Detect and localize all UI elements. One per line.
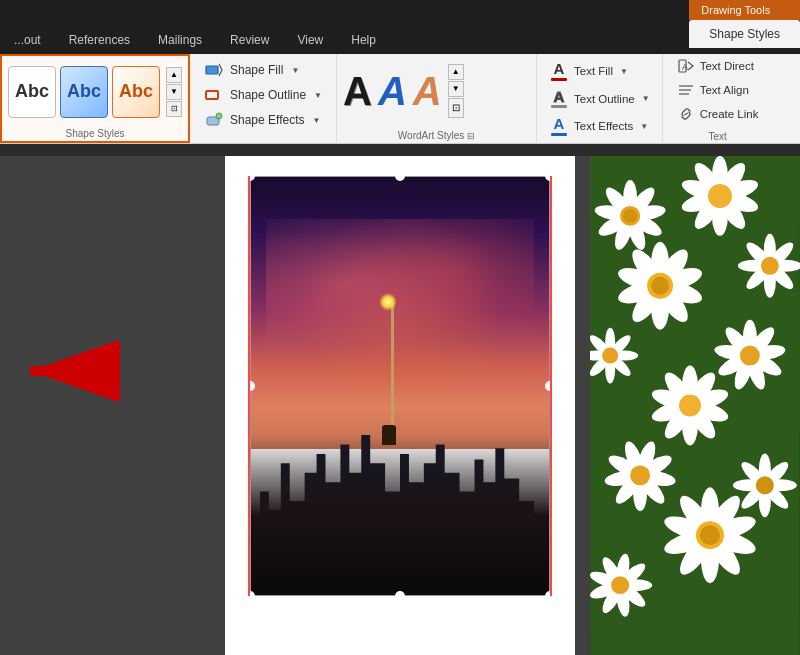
text-effects-btn[interactable]: A Text Effects ▼: [545, 113, 654, 139]
text-props-group: A Text Fill ▼ A Text Outline ▼ A T: [537, 54, 663, 143]
svg-point-33: [708, 184, 732, 208]
shape-style-plain-label: Abc: [15, 81, 49, 102]
svg-rect-1: [206, 91, 218, 99]
wordart-arrows: ▲ ▼ ⊡: [448, 64, 464, 118]
create-link-icon: [677, 106, 695, 122]
svg-line-9: [684, 113, 688, 115]
shape-styles-down-arrow[interactable]: ▼: [166, 84, 182, 100]
tab-mailings[interactable]: Mailings: [144, 26, 216, 54]
tab-view[interactable]: View: [283, 26, 337, 54]
daisies-area: [590, 156, 800, 655]
text-fill-icon: A: [549, 61, 569, 81]
wordart-label: WordArt Styles ⊟: [337, 130, 536, 141]
tab-review[interactable]: Review: [216, 26, 283, 54]
svg-point-94: [630, 465, 650, 485]
canvas-area: [0, 156, 800, 655]
shape-outline-icon: [204, 87, 224, 103]
text-direct-label: Text Direct: [700, 60, 754, 72]
svg-point-22: [623, 209, 637, 223]
shape-styles-label: Shape Styles: [2, 128, 188, 139]
shape-fill-dropdown: ▼: [291, 66, 299, 75]
shape-style-blue[interactable]: Abc: [60, 66, 108, 118]
handle-bottom-middle[interactable]: [395, 591, 405, 601]
text-outline-icon: A: [549, 89, 569, 109]
create-link-label: Create Link: [700, 108, 759, 120]
shape-styles-arrows: ▲ ▼ ⊡: [166, 67, 182, 117]
text-direct-btn[interactable]: A Text Direct: [673, 55, 763, 77]
page-white: [225, 156, 575, 655]
handle-top-middle[interactable]: [395, 171, 405, 181]
shape-styles-group: Abc Abc Abc ▲ ▼ ⊡ Shape Styles: [0, 54, 190, 143]
handle-middle-left[interactable]: [245, 381, 255, 391]
text-right-group: A Text Direct Text Align C: [663, 54, 773, 143]
text-fill-label: Text Fill: [574, 65, 613, 77]
shape-outline-dropdown: ▼: [314, 91, 322, 100]
shape-fill-label: Shape Fill: [230, 63, 283, 77]
svg-point-54: [651, 277, 669, 295]
svg-text:A: A: [682, 62, 688, 72]
handle-top-left[interactable]: [245, 171, 255, 181]
ground: [251, 436, 549, 595]
wordart-expand[interactable]: ⊡: [448, 98, 464, 118]
shape-styles-expand[interactable]: ⊡: [166, 101, 182, 117]
image-container[interactable]: [250, 176, 550, 596]
tab-layout[interactable]: ...out: [0, 26, 55, 54]
shape-style-orange-label: Abc: [119, 81, 153, 102]
text-align-icon: [677, 82, 695, 98]
tab-references[interactable]: References: [55, 26, 144, 54]
svg-point-125: [611, 576, 629, 594]
svg-point-42: [761, 257, 779, 275]
text-outline-btn[interactable]: A Text Outline ▼: [545, 86, 654, 112]
night-city-image: [250, 176, 550, 596]
wordart-down-arrow[interactable]: ▼: [448, 81, 464, 97]
text-fill-btn[interactable]: A Text Fill ▼: [545, 58, 654, 84]
selection-line-right: [550, 176, 552, 596]
shape-style-orange[interactable]: Abc: [112, 66, 160, 118]
tab-help[interactable]: Help: [337, 26, 390, 54]
red-arrow: [20, 341, 120, 405]
ribbon-tabs-row: ...out References Mailings Review View H…: [0, 0, 800, 54]
text-align-label: Text Align: [700, 84, 749, 96]
handle-bottom-left[interactable]: [245, 591, 255, 601]
shape-styles-up-arrow[interactable]: ▲: [166, 67, 182, 83]
tab-format[interactable]: Shape Styles: [689, 20, 800, 48]
shape-effects-dropdown: ▼: [313, 116, 321, 125]
lamp-glow: [379, 293, 397, 311]
shape-effects-icon: [204, 112, 224, 128]
text-direct-icon: A: [677, 58, 695, 74]
drawing-tools-tab-area: Drawing Tools Shape Styles: [689, 0, 800, 48]
city-clouds: [266, 219, 534, 386]
wordart-content: A A A ▲ ▼ ⊡: [343, 58, 530, 141]
shape-style-blue-label: Abc: [67, 81, 101, 102]
main-ribbon: Abc Abc Abc ▲ ▼ ⊡ Shape Styles: [0, 54, 800, 144]
svg-point-73: [602, 348, 618, 364]
shape-fill-icon: [204, 62, 224, 78]
wordart-group: A A A ▲ ▼ ⊡ WordArt Styles ⊟: [337, 54, 537, 143]
wordart-letter-black[interactable]: A: [343, 71, 372, 111]
ribbon-area: ...out References Mailings Review View H…: [0, 0, 800, 156]
text-outline-label: Text Outline: [574, 93, 635, 105]
shape-fill-btn[interactable]: Shape Fill ▼: [198, 59, 328, 81]
text-effects-icon: A: [549, 116, 569, 136]
wordart-letter-blue[interactable]: A: [378, 71, 407, 111]
wordart-up-arrow[interactable]: ▲: [448, 64, 464, 80]
shape-effects-btn[interactable]: Shape Effects ▼: [198, 109, 328, 131]
svg-point-103: [756, 476, 774, 494]
svg-point-115: [700, 525, 720, 545]
shape-outline-btn[interactable]: Shape Outline ▼: [198, 84, 328, 106]
figure: [382, 425, 396, 445]
drawing-tools-label: Drawing Tools: [689, 0, 800, 20]
svg-point-64: [740, 346, 760, 366]
text-group-label: Text: [673, 131, 763, 142]
shape-effects-label: Shape Effects: [230, 113, 305, 127]
svg-point-84: [679, 395, 701, 417]
svg-rect-0: [206, 66, 218, 74]
wordart-letter-orange[interactable]: A: [413, 71, 442, 111]
text-align-btn[interactable]: Text Align: [673, 79, 763, 101]
shape-style-plain[interactable]: Abc: [8, 66, 56, 118]
selection-line-left: [248, 176, 250, 596]
daisy-field: [590, 156, 800, 655]
shape-props-group: Shape Fill ▼ Shape Outline ▼ Shape Effec…: [190, 54, 337, 143]
shape-outline-label: Shape Outline: [230, 88, 306, 102]
create-link-btn[interactable]: Create Link: [673, 103, 763, 125]
